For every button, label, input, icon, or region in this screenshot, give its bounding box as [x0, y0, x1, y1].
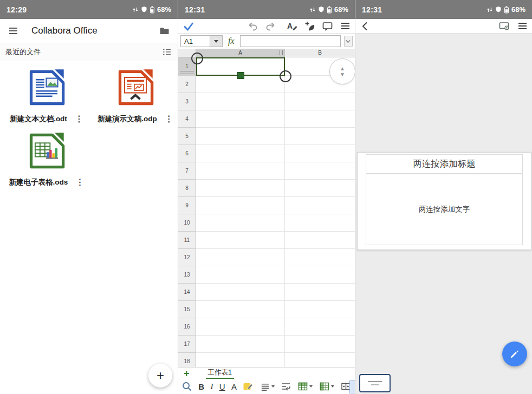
- edit-fab[interactable]: [502, 342, 527, 366]
- formula-expand-icon[interactable]: [344, 36, 353, 47]
- file-options-icon[interactable]: ⋮: [75, 178, 84, 187]
- italic-button[interactable]: I: [211, 383, 213, 391]
- row-header[interactable]: 16: [178, 318, 196, 336]
- row-header[interactable]: 11: [178, 232, 196, 249]
- function-wizard-icon[interactable]: fx: [226, 36, 237, 46]
- file-options-icon[interactable]: ⋮: [75, 115, 83, 123]
- row-header[interactable]: 8: [178, 180, 196, 197]
- slide-canvas[interactable]: 两连按添加标题 两连按添加文字: [357, 152, 531, 250]
- save-check-icon[interactable]: [183, 21, 194, 31]
- menu-icon[interactable]: [340, 21, 351, 31]
- cell[interactable]: [285, 353, 355, 367]
- character-format-icon[interactable]: A: [287, 21, 298, 31]
- selection-handle-top-left[interactable]: [191, 52, 203, 64]
- cell[interactable]: [285, 110, 355, 128]
- name-box-dropdown-icon[interactable]: [210, 36, 222, 47]
- row-header[interactable]: 2: [178, 76, 196, 93]
- add-sheet-icon[interactable]: +: [184, 369, 190, 378]
- scroll-up-icon[interactable]: ▲: [340, 66, 345, 71]
- cell[interactable]: [285, 318, 355, 336]
- cell[interactable]: [285, 145, 355, 162]
- cell[interactable]: [285, 180, 355, 197]
- cell[interactable]: [196, 266, 285, 284]
- insert-rows-dropdown[interactable]: [297, 381, 313, 392]
- cell[interactable]: [285, 232, 355, 249]
- cell[interactable]: [196, 249, 285, 266]
- cell[interactable]: [285, 249, 355, 266]
- scroll-down-icon[interactable]: ▼: [340, 72, 345, 77]
- hamburger-menu-icon[interactable]: [8, 25, 18, 36]
- cell[interactable]: [196, 93, 285, 110]
- row-header[interactable]: 15: [178, 301, 196, 318]
- cell[interactable]: [285, 93, 355, 110]
- file-item-calc[interactable]: 新建电子表格.ods ⋮: [5, 129, 88, 187]
- fill-handle[interactable]: [237, 72, 244, 79]
- selection-handle-bottom-right[interactable]: [280, 70, 291, 82]
- cell[interactable]: [196, 284, 285, 301]
- wrap-text-icon[interactable]: [281, 381, 291, 392]
- row-header[interactable]: 7: [178, 162, 196, 180]
- row-header[interactable]: 12: [178, 249, 196, 266]
- cell[interactable]: [285, 284, 355, 301]
- comments-icon[interactable]: [322, 21, 333, 31]
- slide-title-placeholder[interactable]: 两连按添加标题: [366, 154, 523, 174]
- list-view-icon[interactable]: [161, 47, 172, 57]
- cell[interactable]: [285, 197, 355, 214]
- highlight-color-icon[interactable]: [243, 381, 254, 392]
- redo-icon[interactable]: [265, 21, 276, 31]
- start-presentation-icon[interactable]: [498, 21, 510, 31]
- cell[interactable]: [196, 197, 285, 214]
- search-icon[interactable]: [181, 381, 192, 392]
- bold-button[interactable]: B: [198, 383, 204, 391]
- cell[interactable]: [196, 128, 285, 145]
- folder-icon[interactable]: [159, 25, 170, 36]
- cell[interactable]: [196, 353, 285, 367]
- cell[interactable]: [196, 301, 285, 318]
- file-item-writer[interactable]: 新建文本文档.odt ⋮: [5, 66, 88, 124]
- row-header[interactable]: 4: [178, 110, 196, 128]
- cell[interactable]: [285, 301, 355, 318]
- slide-thumbnail-1[interactable]: [359, 374, 391, 392]
- row-header[interactable]: 13: [178, 266, 196, 284]
- undo-icon[interactable]: [248, 21, 258, 31]
- cell[interactable]: [285, 336, 355, 353]
- file-options-icon[interactable]: ⋮: [165, 115, 173, 123]
- row-header[interactable]: 18: [178, 353, 196, 367]
- sheet-tab-1[interactable]: 工作表1: [206, 368, 234, 379]
- row-header[interactable]: 17: [178, 336, 196, 353]
- cell[interactable]: [285, 266, 355, 284]
- cell[interactable]: [196, 162, 285, 180]
- row-header[interactable]: 9: [178, 197, 196, 214]
- file-item-impress[interactable]: 新建演示文稿.odp ⋮: [94, 66, 177, 124]
- cell[interactable]: [196, 180, 285, 197]
- spreadsheet-grid[interactable]: A B 123456789101112131415161718 ▲ ▼: [178, 49, 355, 367]
- row-header[interactable]: 10: [178, 214, 196, 232]
- cell[interactable]: [285, 162, 355, 180]
- keyboard-toggle-partial-icon[interactable]: [349, 380, 355, 393]
- cell-name-box[interactable]: A1: [180, 35, 223, 47]
- insert-tool-icon[interactable]: [304, 21, 315, 31]
- slide-body-placeholder[interactable]: 两连按添加文字: [366, 174, 523, 245]
- cell[interactable]: [196, 318, 285, 336]
- underline-button[interactable]: U: [219, 383, 225, 391]
- column-header-b[interactable]: B: [285, 49, 355, 57]
- back-icon[interactable]: [360, 21, 371, 31]
- cell[interactable]: [196, 110, 285, 128]
- formula-input[interactable]: [240, 35, 341, 47]
- column-header-a[interactable]: A: [196, 49, 285, 57]
- row-header[interactable]: 3: [178, 93, 196, 110]
- insert-columns-dropdown[interactable]: [319, 381, 334, 392]
- row-header[interactable]: 14: [178, 284, 196, 301]
- alignment-dropdown[interactable]: [260, 382, 275, 392]
- scroll-widget[interactable]: ▲ ▼: [329, 58, 355, 84]
- slide-view-area[interactable]: 两连按添加标题 两连按添加文字: [355, 34, 532, 394]
- new-document-fab[interactable]: +: [148, 364, 172, 388]
- font-button[interactable]: A: [231, 383, 237, 391]
- menu-icon[interactable]: [517, 21, 528, 31]
- row-header[interactable]: 5: [178, 128, 196, 145]
- cell[interactable]: [196, 336, 285, 353]
- cell[interactable]: [196, 145, 285, 162]
- cell[interactable]: [285, 128, 355, 145]
- cell[interactable]: [196, 214, 285, 232]
- cell[interactable]: [196, 232, 285, 249]
